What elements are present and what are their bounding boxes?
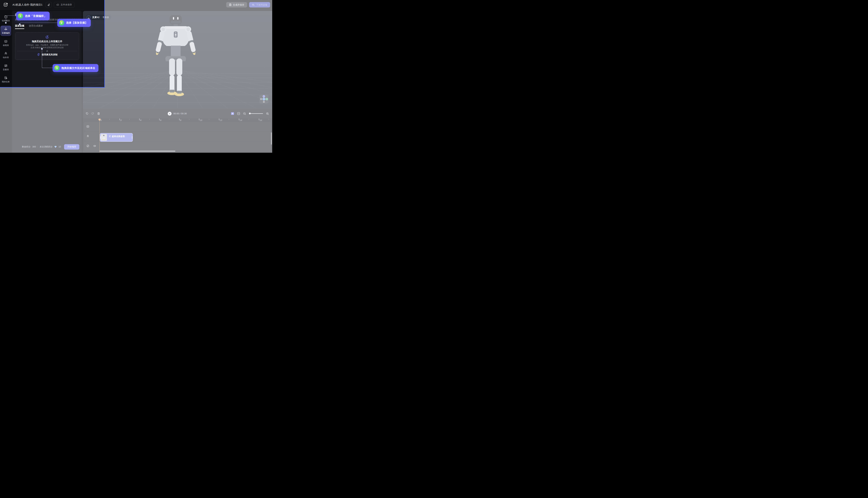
timeline-horizontal-scrollbar[interactable] [100, 150, 175, 152]
play-button[interactable] [168, 112, 171, 116]
ruler-label: 12f [220, 119, 222, 121]
expression-track[interactable] [84, 122, 271, 131]
ruler-label: 10f [200, 119, 202, 121]
clip-name: 超帅走路姿势 [112, 135, 125, 138]
connector-step1 [8, 15, 16, 16]
sidebar-item-action-library[interactable]: 动作库 [1, 50, 11, 60]
walking-person-icon [108, 135, 111, 137]
step-text: 拖拽音频文件至此区域或单击 [62, 66, 95, 70]
tutorial-step-1: 1 选择「音频编排」 [16, 12, 50, 20]
sidebar-item-audio-arrange[interactable]: 音频编排 [1, 26, 11, 36]
timeline-zoom-slider[interactable] [249, 113, 263, 114]
volume-icon[interactable] [93, 144, 96, 147]
cost-points-value: 10 [59, 146, 61, 148]
step-text: 选择「音频编排」 [25, 14, 47, 18]
start-arrange-button[interactable]: 开始编排 [64, 144, 79, 149]
project-title: A1机器人动作-我的项目1 [13, 3, 42, 6]
connector-dot-2 [19, 23, 21, 25]
synthesize-save-button[interactable]: 合成并保存 [226, 2, 247, 8]
audio-arrange-icon [4, 27, 8, 31]
app-logo-icon [3, 2, 8, 7]
mic-record-label: 使用麦克风录制 [42, 53, 57, 56]
playhead-line [100, 118, 100, 153]
step-text: 选择【添加音频】 [66, 21, 88, 25]
ruler-label: 4f [140, 119, 142, 121]
audio-track-icon [86, 144, 89, 147]
sidebar-item-my-tasks[interactable]: 我的任务 [1, 75, 11, 84]
left-sidebar: 动作模仿 音频编排 表情库 动作库 [0, 10, 12, 153]
sidebar-item-expression-library[interactable]: 表情库 [1, 38, 11, 48]
start-arrange-label: 开始编排 [67, 145, 76, 148]
undo-button[interactable] [86, 112, 88, 115]
axis-z-label: Z [263, 95, 264, 97]
viewport-3d[interactable]: 灵犀X2 青春版 Z X Y [83, 11, 272, 108]
synthesize-save-label: 合成并保存 [233, 3, 244, 6]
connector-dot-3 [41, 48, 43, 50]
timeline-clip[interactable]: 超帅走路姿势 [100, 133, 133, 142]
action-library-icon [4, 52, 8, 55]
connector-dot-1 [5, 22, 7, 24]
playback-bar: 00:00 / 00:30 [83, 108, 272, 118]
sidebar-item-label: 音频库 [3, 68, 9, 71]
sidebar-item-label: 动作库 [3, 56, 9, 59]
remaining-points-label: 剩余积分 [22, 145, 30, 148]
workspace: 灵犀X2 青春版 Z X Y [83, 11, 272, 153]
step-number-badge: 3 [54, 65, 60, 70]
timeline-ruler[interactable]: 0f 2f 4f 6f 8f 10f 12f 14f 16f [83, 118, 272, 122]
step-number-badge: 2 [59, 20, 64, 26]
robot-model[interactable] [153, 15, 198, 98]
clip-trim-handle-right[interactable] [132, 136, 132, 139]
sidebar-item-label: 我的任务 [2, 80, 10, 83]
redo-button[interactable] [91, 112, 94, 115]
deploy-label: 下发到设备 [256, 3, 267, 6]
cloud-unsaved-icon [56, 3, 59, 6]
timeline-tracks: 超帅走路姿势 [83, 122, 272, 153]
ruler-label: 16f [260, 119, 262, 121]
fit-width-button[interactable] [237, 112, 240, 115]
time-display: 00:00 / 00:30 [173, 113, 187, 115]
face-library-icon [4, 40, 8, 43]
zoom-out-button[interactable] [243, 112, 246, 115]
panel-tabs: 添加音频 使用合成素材 [15, 24, 43, 29]
sidebar-item-audio-library[interactable]: 音频库 [1, 63, 11, 73]
axis-y-label: Y [263, 98, 264, 100]
sidebar-item-label: 音频编排 [2, 32, 10, 34]
ruler-label: 6f [160, 119, 161, 121]
audio-library-icon [4, 64, 8, 67]
or-divider: 或 [17, 50, 77, 52]
audio-upload-dropzone[interactable]: 拖拽至此或点击上传音频文件 支持mp3、wav、Flac格式，音频长度不超过5分… [15, 32, 79, 60]
remaining-points-value: 300 [32, 146, 36, 148]
tutorial-step-2: 2 选择【添加音频】 [57, 19, 91, 27]
robot-deploy-icon [252, 3, 255, 6]
connector-step3-down [42, 50, 42, 68]
deploy-to-device-button[interactable]: 下发到设备 [249, 2, 270, 8]
audio-arrange-panel: 音频编排 通过上传音频或使用麦克风录制，智能匹配动作和表情的音频编排素材 添加音… [12, 11, 81, 153]
pencil-icon [48, 3, 50, 6]
expression-track-icon [86, 125, 89, 128]
upload-music-icon [45, 35, 49, 39]
or-label: 或 [46, 50, 48, 52]
record-with-mic-button[interactable]: 使用麦克风录制 [15, 53, 79, 56]
file-save-status[interactable]: 文件未保存 [54, 2, 75, 8]
rename-project-button[interactable] [46, 2, 52, 8]
points-gem-icon [54, 146, 57, 148]
panel-footer: 剩余积分 300 本次消耗积分 10 开始编排 [12, 144, 81, 149]
connector-step3 [42, 68, 53, 68]
zoom-in-button[interactable] [266, 112, 269, 115]
delete-button[interactable] [97, 112, 100, 115]
ruler-label: 2f [120, 119, 122, 121]
timeline-vertical-scrollbar[interactable] [271, 132, 272, 145]
keyframe-panel-button[interactable] [231, 112, 234, 115]
tutorial-step-3: 3 拖拽音频文件至此区域或单击 [53, 64, 99, 72]
clip-trim-handle-left[interactable] [100, 136, 101, 139]
slider-knob[interactable] [249, 113, 251, 114]
play-icon [169, 113, 170, 115]
upload-format-hint: 支持mp3、wav、Flac格式，音频长度不超过5分钟 [15, 44, 79, 46]
tab-use-synth-material[interactable]: 使用合成素材 [29, 24, 43, 29]
model-name: 灵犀X2 [92, 16, 100, 19]
connector-step2 [21, 23, 57, 23]
tab-add-audio[interactable]: 添加音频 [15, 24, 24, 29]
axis-gizmo[interactable]: Z X Y [259, 94, 268, 104]
microphone-icon [37, 53, 40, 56]
audio-track[interactable] [84, 141, 271, 150]
